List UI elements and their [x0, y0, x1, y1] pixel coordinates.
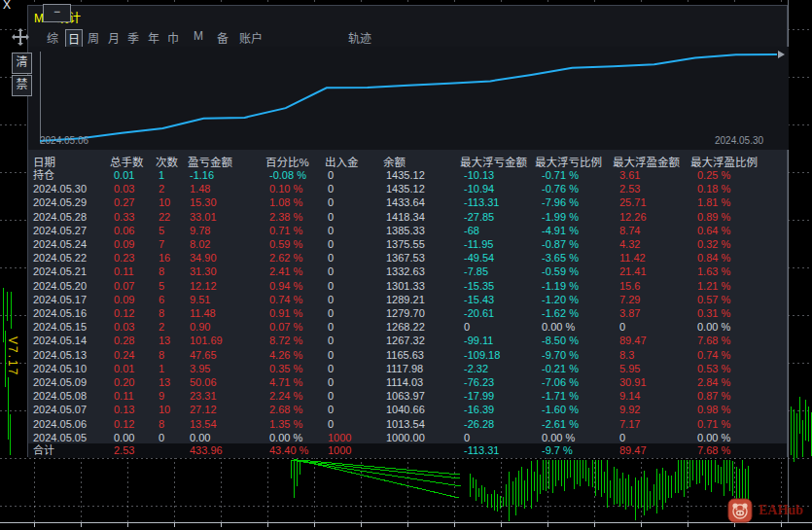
- table-cell: 2.41 %: [269, 265, 302, 278]
- table-cell: -0.21 %: [542, 362, 579, 375]
- table-cell: -1.71 %: [542, 389, 579, 403]
- table-cell: 0.00 %: [697, 320, 730, 334]
- tab-周[interactable]: 周: [86, 29, 101, 46]
- table-cell: -9.7 %: [542, 443, 573, 458]
- table-cell: -1.19 %: [542, 279, 579, 293]
- table-row: 2024.05.060.12813.541.35 %01013.54-26.28…: [28, 417, 787, 431]
- minimize-button[interactable]: −: [43, 4, 71, 22]
- table-cell: 4.26 %: [269, 348, 302, 362]
- tab-轨迹[interactable]: 轨迹: [346, 29, 373, 46]
- table-cell: 0.59 %: [269, 237, 302, 251]
- table-cell: 2024.05.29: [33, 195, 87, 209]
- move-cross-icon[interactable]: [11, 28, 30, 52]
- tab-综[interactable]: 综: [45, 29, 60, 46]
- table-cell: 13.54: [190, 417, 217, 431]
- table-cell: 2024.05.09: [33, 375, 87, 389]
- table-row: 2024.05.050.0000.000.00 %10001000.0000.0…: [28, 431, 787, 443]
- table-cell: 0.00 %: [542, 431, 575, 443]
- table-cell: 0.84 %: [697, 251, 730, 265]
- table-cell: 1.35 %: [269, 417, 302, 431]
- panel-titlebar[interactable]: MT4统计: [28, 6, 787, 26]
- column-header: 最大浮亏金额: [460, 154, 527, 169]
- table-cell: 0.74 %: [269, 293, 302, 306]
- table-cell: 2.24 %: [269, 389, 302, 403]
- table-cell: 0: [328, 182, 334, 195]
- tab-备[interactable]: 备: [215, 29, 230, 46]
- table-cell: -113.31: [464, 443, 500, 458]
- column-header: 盈亏金额: [188, 154, 232, 169]
- table-cell: 7.29: [619, 293, 640, 306]
- table-cell: -17.99: [464, 389, 494, 403]
- equity-end-date: 2024.05.30: [715, 135, 763, 146]
- table-cell: -0.71 %: [542, 168, 579, 182]
- table-row: 2024.05.160.12811.480.91 %01279.70-20.61…: [28, 306, 787, 320]
- tab-季[interactable]: 季: [125, 29, 141, 46]
- table-cell: -109.18: [464, 348, 500, 362]
- table-cell: 3.87: [619, 306, 640, 320]
- version-label: V7.17: [6, 336, 19, 376]
- table-cell: 2.62 %: [269, 251, 302, 265]
- column-header: 最大浮盈金额: [613, 154, 680, 169]
- table-cell: 1418.34: [386, 210, 425, 224]
- close-x-label[interactable]: X: [3, 0, 11, 12]
- table-cell: 8.74: [619, 224, 640, 237]
- table-cell: 2024.05.22: [33, 251, 87, 265]
- table-cell: 1: [159, 362, 164, 375]
- ban-button[interactable]: 禁: [12, 75, 32, 96]
- table-cell: 0: [328, 348, 334, 362]
- table-cell: -0.87 %: [542, 237, 579, 251]
- table-cell: 25.71: [619, 195, 647, 209]
- tab-账户[interactable]: 账户: [237, 29, 265, 46]
- table-cell: 0.31 %: [697, 306, 730, 320]
- table-cell: 1435.12: [386, 182, 425, 195]
- table-cell: 0.53 %: [697, 362, 730, 375]
- table-cell: -11.95: [464, 237, 493, 251]
- table-cell: -27.85: [464, 210, 494, 224]
- table-cell: 1114.03: [386, 375, 423, 389]
- table-header-row: 日期总手数次数盈亏金额百分比%出入金余额最大浮亏金额最大浮亏比例最大浮盈金额最大…: [28, 154, 787, 168]
- table-cell: 2024.05.08: [33, 389, 87, 403]
- stats-panel: MT4统计 综日周月季年巾M备账户轨迹 2024.05.06 2024.05.3…: [27, 5, 788, 457]
- table-cell: 2024.05.07: [33, 403, 87, 416]
- tab-月[interactable]: 月: [106, 29, 122, 46]
- table-row: 2024.05.210.11831.302.41 %01332.63-7.85-…: [28, 265, 787, 278]
- table-cell: 0.10 %: [269, 182, 302, 195]
- table-cell: 2.53: [619, 182, 640, 195]
- table-cell: 1433.64: [386, 195, 425, 209]
- table-cell: 8: [159, 265, 164, 278]
- table-cell: 0: [159, 431, 164, 443]
- table-cell: -49.54: [464, 251, 494, 265]
- table-cell: 1367.53: [386, 251, 425, 265]
- table-cell: 0.33: [114, 210, 134, 224]
- table-cell: -15.43: [464, 293, 494, 306]
- table-cell: 2024.05.20: [33, 279, 87, 293]
- column-header: 总手数: [110, 154, 144, 169]
- table-cell: 1000.00: [386, 431, 425, 443]
- table-cell: 11.42: [619, 251, 646, 265]
- table-cell: 0.71 %: [697, 417, 730, 431]
- table-cell: 0: [328, 251, 334, 265]
- table-cell: -7.96 %: [542, 195, 579, 209]
- table-cell: -7.06 %: [542, 375, 579, 389]
- tab-巾[interactable]: 巾: [165, 29, 181, 46]
- table-cell: -7.85: [464, 265, 488, 278]
- table-cell: 0.12: [114, 306, 134, 320]
- table-cell: -1.62 %: [542, 306, 579, 320]
- table-cell: 2024.05.30: [33, 182, 87, 195]
- table-cell: 12.12: [190, 279, 217, 293]
- table-cell: 0.24: [114, 348, 134, 362]
- table-cell: 7.68 %: [697, 443, 730, 458]
- table-cell: 1289.21: [386, 293, 425, 306]
- table-cell: 0.57 %: [697, 293, 730, 306]
- tab-M[interactable]: M: [192, 29, 205, 43]
- tab-日[interactable]: 日: [65, 29, 83, 48]
- table-cell: -68: [464, 224, 479, 237]
- table-cell: 0.00: [190, 431, 210, 443]
- table-cell: 43.40 %: [269, 443, 308, 458]
- tab-年[interactable]: 年: [146, 29, 161, 46]
- clear-button[interactable]: 清: [12, 53, 32, 74]
- table-cell: -8.50 %: [542, 334, 579, 347]
- table-cell: 2024.05.13: [33, 348, 87, 362]
- table-cell: 22: [159, 210, 170, 224]
- table-cell: 0.09: [114, 293, 134, 306]
